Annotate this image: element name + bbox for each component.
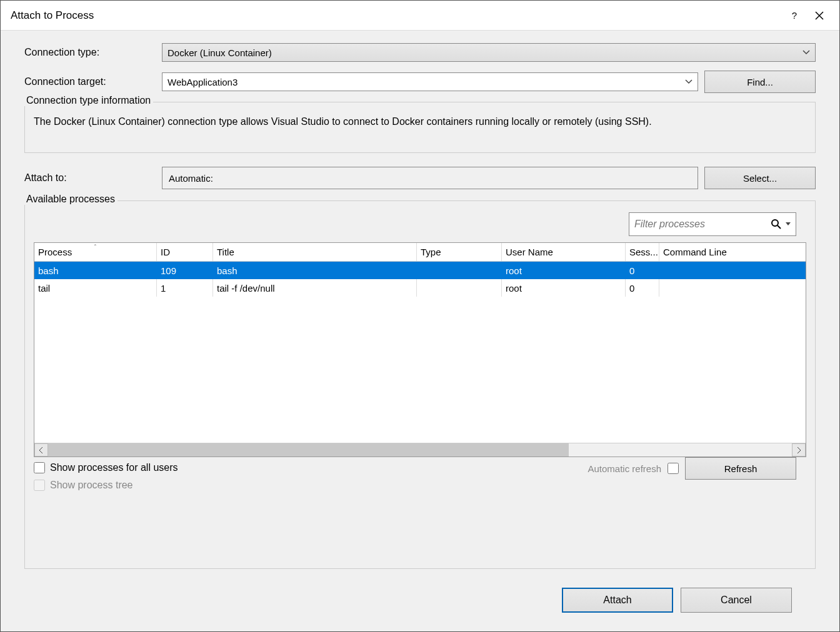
scroll-thumb[interactable] [48,443,569,457]
show-all-users-checkbox[interactable] [34,462,45,473]
col-cmd[interactable]: Command Line [659,243,806,261]
title-bar: Attach to Process ? [1,1,839,31]
table-cell: tail -f /dev/null [213,279,417,297]
table-cell: root [502,279,626,297]
horizontal-scrollbar[interactable] [34,443,806,457]
table-cell [659,262,806,279]
footer-buttons: Attach Cancel [24,588,816,631]
attach-to-process-dialog: Attach to Process ? Connection type: Doc… [0,0,840,632]
table-body: bash109bashroot0tail1tail -f /dev/nullro… [34,262,806,443]
connection-type-info-group: Connection type information The Docker (… [24,102,816,153]
table-cell: tail [34,279,157,297]
sort-asc-icon: ˆ [94,244,96,251]
available-processes-title: Available processes [24,194,118,205]
connection-type-label: Connection type: [24,47,156,58]
table-cell: 109 [157,262,213,279]
attach-to-label: Attach to: [24,172,156,184]
col-id[interactable]: ID [157,243,213,261]
chevron-down-icon [802,50,810,55]
show-process-tree-checkbox [34,480,45,491]
close-button[interactable] [807,3,832,28]
connection-target-dropdown[interactable]: WebApplication3 [162,72,698,91]
svg-point-0 [772,220,778,226]
dialog-content: Connection type: Docker (Linux Container… [1,31,839,631]
automatic-refresh-checkbox[interactable] [668,463,679,474]
col-title[interactable]: Title [213,243,417,261]
table-cell: 0 [626,279,659,297]
table-cell: 0 [626,262,659,279]
table-header: Processˆ ID Title Type User Name Sess...… [34,243,806,262]
automatic-refresh-label: Automatic refresh [588,463,661,474]
table-cell [417,279,502,297]
question-icon: ? [792,10,797,21]
table-cell [417,262,502,279]
connection-type-value: Docker (Linux Container) [168,47,272,58]
filter-input[interactable] [634,219,767,230]
table-row[interactable]: tail1tail -f /dev/nullroot0 [34,279,806,297]
chevron-down-icon [685,79,692,84]
col-type[interactable]: Type [417,243,502,261]
available-processes-group: Available processes Processˆ ID Title Ty… [24,200,816,569]
col-process[interactable]: Processˆ [34,243,157,261]
connection-type-dropdown[interactable]: Docker (Linux Container) [162,43,816,62]
col-user[interactable]: User Name [502,243,626,261]
show-process-tree-label: Show process tree [50,480,133,491]
scroll-left-icon[interactable] [34,443,48,457]
table-cell: root [502,262,626,279]
process-table: Processˆ ID Title Type User Name Sess...… [34,242,806,457]
info-group-title: Connection type information [24,95,153,106]
attach-to-value: Automatic: [162,167,698,189]
info-body: The Docker (Linux Container) connection … [34,110,806,127]
window-title: Attach to Process [11,9,782,22]
table-cell: 1 [157,279,213,297]
dropdown-caret-icon[interactable] [786,222,791,226]
table-row[interactable]: bash109bashroot0 [34,262,806,279]
show-all-users-label: Show processes for all users [50,462,178,473]
close-icon [815,11,824,20]
connection-target-value: WebApplication3 [168,77,238,87]
find-button[interactable]: Find... [704,71,816,93]
table-cell [659,279,806,297]
select-button[interactable]: Select... [704,167,816,189]
filter-processes-input[interactable] [629,212,796,236]
connection-target-label: Connection target: [24,76,156,87]
refresh-button[interactable]: Refresh [685,457,796,480]
attach-button[interactable]: Attach [562,588,673,613]
table-cell: bash [34,262,157,279]
scroll-track[interactable] [48,443,792,457]
table-cell: bash [213,262,417,279]
help-button[interactable]: ? [782,3,807,28]
search-icon [771,219,782,230]
scroll-right-icon[interactable] [792,443,806,457]
col-session[interactable]: Sess... [626,243,659,261]
cancel-button[interactable]: Cancel [681,588,792,613]
